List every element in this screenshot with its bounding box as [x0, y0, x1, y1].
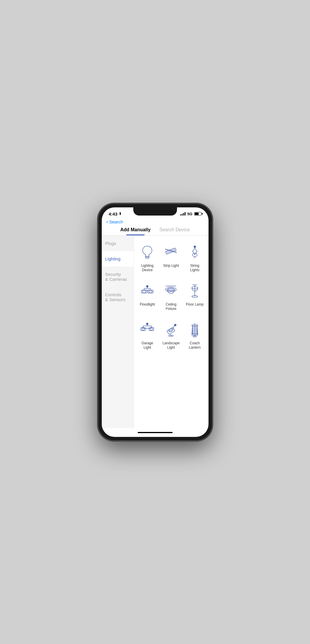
svg-rect-12 [144, 288, 150, 290]
garage-light-icon [138, 320, 157, 339]
back-label[interactable]: Search [109, 219, 123, 224]
notch [133, 207, 177, 216]
sidebar-item-lighting[interactable]: Lighting [102, 251, 134, 267]
ceiling-fixture-icon [162, 281, 180, 300]
svg-rect-26 [143, 326, 151, 328]
tab-header: Add Manually Search Device [102, 227, 209, 236]
home-indicator [102, 428, 209, 437]
svg-rect-38 [192, 334, 198, 335]
string-lights-icon [185, 243, 204, 261]
signal-bar-1 [180, 214, 181, 216]
svg-point-9 [143, 290, 146, 293]
signal-bar-3 [183, 213, 184, 216]
sidebar: Plugs Lighting Security& Cameras Control… [102, 236, 134, 428]
svg-point-32 [174, 324, 176, 326]
network-label: 5G [187, 212, 192, 216]
battery-icon [194, 212, 202, 216]
device-item-ceiling-fixture[interactable]: Ceiling Fixture [160, 277, 182, 315]
battery-fill [195, 213, 199, 215]
floodlight-icon [138, 281, 157, 300]
tab-add-manually[interactable]: Add Manually [120, 227, 150, 235]
time-display: 4:43 [109, 211, 118, 216]
strip-light-icon [162, 243, 180, 261]
device-label-string-lights: String Lights [185, 264, 204, 273]
device-label-floodlight: Floodlight [140, 302, 155, 307]
svg-point-28 [146, 323, 148, 325]
tab-search-device[interactable]: Search Device [159, 227, 190, 235]
signal-bar-4 [185, 212, 185, 216]
svg-rect-8 [141, 290, 147, 293]
svg-point-17 [167, 288, 174, 291]
floor-lamp-icon [185, 281, 204, 300]
device-item-lighting-device[interactable]: Lighting Device [136, 239, 159, 276]
sidebar-item-security[interactable]: Security& Cameras [102, 267, 134, 287]
device-grid: Lighting Device Strip Light [136, 239, 206, 354]
phone-screen: 4:43 ⬆ 5G ‹ Search [102, 207, 209, 437]
status-icons: 5G [180, 212, 201, 216]
device-label-coach-lantern: Coach Lantern [185, 341, 204, 350]
device-item-floor-lamp[interactable]: Floor Lamp [183, 277, 206, 315]
signal-bars [180, 212, 185, 216]
main-content: Plugs Lighting Security& Cameras Control… [102, 236, 209, 428]
device-grid-area: Lighting Device Strip Light [134, 236, 209, 428]
svg-point-14 [146, 285, 148, 287]
device-item-garage-light[interactable]: Garage Light [136, 316, 159, 354]
device-item-landscape-light[interactable]: Landscape Light [160, 316, 182, 354]
svg-point-11 [149, 290, 152, 293]
back-nav: ‹ Search [102, 218, 209, 227]
status-time: 4:43 ⬆ [109, 211, 122, 216]
device-label-landscape-light: Landscape Light [162, 341, 181, 350]
device-item-string-lights[interactable]: String Lights [183, 239, 206, 276]
device-item-coach-lantern[interactable]: Coach Lantern [183, 316, 206, 354]
signal-bar-2 [182, 214, 183, 216]
landscape-light-icon [162, 320, 180, 339]
coach-lantern-icon [185, 320, 204, 339]
home-bar [138, 432, 173, 433]
device-label-lighting-device: Lighting Device [138, 264, 157, 273]
sidebar-item-plugs[interactable]: Plugs [102, 236, 134, 251]
bulb-icon [138, 243, 157, 261]
device-item-floodlight[interactable]: Floodlight [136, 277, 159, 315]
back-arrow-icon[interactable]: ‹ [106, 219, 108, 225]
device-label-garage-light: Garage Light [138, 341, 157, 350]
phone-frame: 4:43 ⬆ 5G ‹ Search [98, 204, 212, 440]
sidebar-item-controls[interactable]: Controls& Sensors [102, 287, 134, 307]
device-label-floor-lamp: Floor Lamp [186, 302, 204, 307]
device-label-ceiling-fixture: Ceiling Fixture [162, 302, 181, 311]
device-label-strip-light: Strip Light [163, 264, 179, 268]
svg-point-5 [194, 246, 196, 248]
svg-rect-10 [148, 290, 153, 293]
svg-point-30 [168, 328, 174, 333]
device-item-strip-light[interactable]: Strip Light [160, 239, 182, 276]
location-icon: ⬆ [119, 212, 122, 216]
